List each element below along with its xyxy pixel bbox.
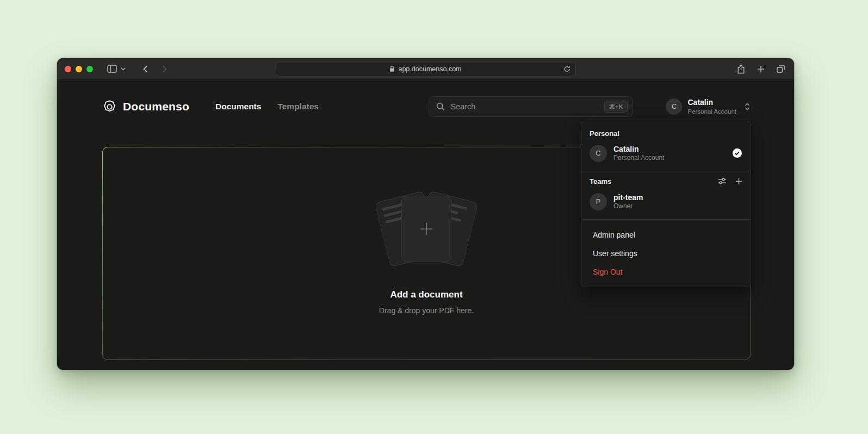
plus-icon xyxy=(418,221,435,237)
dropdown-divider xyxy=(581,219,751,220)
account-name: Catalin xyxy=(687,98,736,108)
reload-icon[interactable] xyxy=(563,65,571,72)
documenso-logo-icon xyxy=(102,100,117,114)
check-circle-icon xyxy=(732,148,742,158)
account-dropdown: Personal C Catalin Personal Account Team… xyxy=(581,121,751,287)
brand-name: Documenso xyxy=(123,100,189,113)
teams-section-heading: Teams xyxy=(590,177,611,185)
personal-type: Personal Account xyxy=(613,154,664,163)
browser-window: app.documenso.com Documenso Doc xyxy=(57,58,794,370)
chevron-up-down-icon xyxy=(744,102,751,111)
personal-name: Catalin xyxy=(613,144,664,154)
team-role: Owner xyxy=(613,202,643,211)
tab-overview-button[interactable] xyxy=(777,65,785,73)
document-cards-illustration xyxy=(367,193,486,266)
team-preferences-icon[interactable] xyxy=(718,177,727,185)
team-avatar: P xyxy=(590,193,607,210)
back-button[interactable] xyxy=(143,65,148,73)
personal-avatar: C xyxy=(590,145,607,162)
brand[interactable]: Documenso xyxy=(102,100,189,114)
team-item[interactable]: P pit-team Owner xyxy=(581,191,751,218)
sidebar-chevron-down-icon[interactable] xyxy=(121,67,126,71)
teams-section-heading-row: Teams xyxy=(581,177,751,191)
traffic-lights xyxy=(65,66,93,72)
browser-titlebar: app.documenso.com xyxy=(57,58,794,80)
personal-section-heading: Personal xyxy=(581,128,751,142)
history-nav xyxy=(143,65,167,73)
add-document-title: Add a document xyxy=(390,289,462,300)
lock-icon xyxy=(389,66,395,72)
drop-hint-text: Drag & drop your PDF here. xyxy=(379,306,474,315)
nav-templates[interactable]: Templates xyxy=(277,102,319,111)
dropdown-divider xyxy=(581,171,751,171)
sidebar-toggle-icon[interactable] xyxy=(107,65,117,73)
nav-documents[interactable]: Documents xyxy=(215,102,261,111)
account-avatar: C xyxy=(666,98,682,115)
search-bar[interactable]: ⌘+K xyxy=(429,96,633,117)
share-button[interactable] xyxy=(737,64,745,74)
add-team-icon[interactable] xyxy=(735,178,742,185)
account-menu-trigger[interactable]: C Catalin Personal Account xyxy=(666,98,751,115)
titlebar-right-controls xyxy=(737,64,785,74)
menu-item-sign-out[interactable]: Sign Out xyxy=(581,263,751,281)
minimize-window-button[interactable] xyxy=(76,66,82,72)
sidebar-controls xyxy=(107,65,126,73)
zoom-window-button[interactable] xyxy=(86,66,93,72)
personal-account-item[interactable]: C Catalin Personal Account xyxy=(581,142,751,170)
team-name: pit-team xyxy=(613,193,643,202)
close-window-button[interactable] xyxy=(65,66,71,72)
search-icon xyxy=(436,102,445,111)
account-type: Personal Account xyxy=(687,108,736,115)
search-shortcut-badge: ⌘+K xyxy=(604,101,628,113)
url-text: app.documenso.com xyxy=(398,65,461,73)
new-tab-button[interactable] xyxy=(757,65,765,73)
url-field[interactable]: app.documenso.com xyxy=(276,61,576,76)
search-input[interactable] xyxy=(450,102,598,111)
menu-item-admin-panel[interactable]: Admin panel xyxy=(581,226,751,244)
document-card-center xyxy=(401,196,451,262)
forward-button[interactable] xyxy=(162,65,167,73)
menu-item-user-settings[interactable]: User settings xyxy=(581,244,751,263)
main-nav: Documents Templates xyxy=(215,102,319,111)
